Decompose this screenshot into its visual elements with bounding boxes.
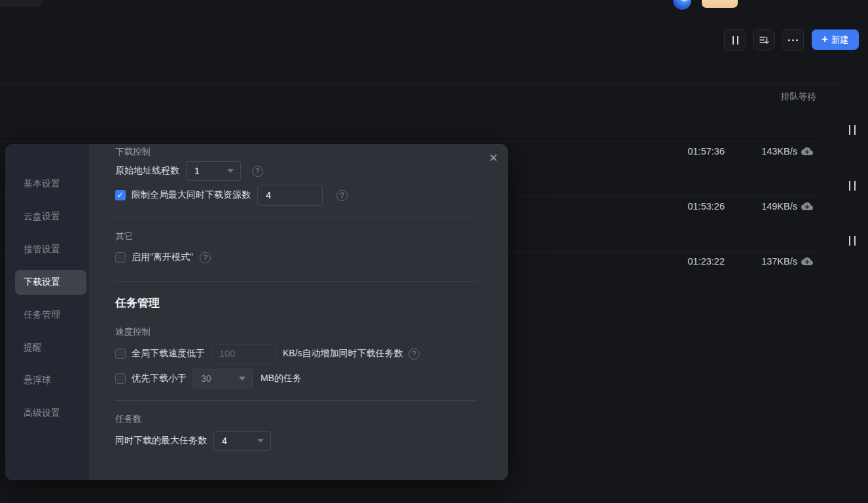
task-pause-button[interactable]	[846, 181, 859, 193]
cloud-download-icon	[801, 255, 813, 267]
settings-sidebar: 基本设置 云盘设置 接管设置 下载设置 任务管理 提醒 悬浮球 高级设置	[5, 144, 89, 480]
section-speed-control: 速度控制	[115, 327, 482, 337]
auto-increase-input[interactable]	[211, 344, 276, 363]
small-first-prefix: 优先下载小于	[132, 373, 187, 384]
section-task-count: 任务数	[115, 414, 482, 424]
task-status-queued: 排队等待	[751, 91, 816, 103]
max-tasks-row: 同时下载的最大任务数 4	[115, 431, 482, 451]
pause-icon	[732, 36, 738, 45]
origin-threads-value: 1	[194, 166, 200, 176]
section-divider	[115, 217, 477, 218]
task-time: 01:57:36	[653, 146, 725, 157]
leave-mode-checkbox[interactable]	[115, 252, 126, 263]
section-download-control: 下载控制	[115, 147, 482, 157]
help-icon[interactable]: ?	[252, 166, 263, 177]
new-task-label: 新建	[831, 34, 849, 46]
auto-increase-row: 全局下载速度低于 KB/s自动增加同时下载任务数 ?	[115, 344, 482, 363]
origin-threads-select[interactable]: 1	[186, 161, 241, 181]
task-management-heading: 任务管理	[115, 295, 482, 311]
vip-badge[interactable]	[702, 0, 738, 8]
help-icon[interactable]: ?	[200, 252, 211, 263]
sidebar-item-advanced[interactable]: 高级设置	[15, 401, 86, 426]
section-divider	[115, 400, 477, 401]
task-time: 01:53:26	[653, 201, 725, 212]
sidebar-item-basic[interactable]: 基本设置	[15, 172, 86, 196]
task-pause-button[interactable]	[846, 125, 859, 137]
small-first-suffix: MB的任务	[261, 373, 302, 384]
task-pause-button[interactable]	[846, 236, 859, 248]
new-task-button[interactable]: + 新建	[812, 29, 859, 50]
help-icon[interactable]: ?	[408, 348, 420, 360]
auto-increase-suffix: KB/s自动增加同时下载任务数	[283, 348, 403, 360]
sidebar-item-reminder[interactable]: 提醒	[15, 335, 86, 360]
task-speed: 137KB/s	[732, 256, 797, 267]
sidebar-item-task-management[interactable]: 任务管理	[15, 303, 86, 327]
small-first-row: 优先下载小于 30 MB的任务	[115, 369, 482, 388]
sidebar-item-floating-ball[interactable]: 悬浮球	[15, 368, 86, 393]
task-divider	[0, 141, 816, 141]
sidebar-item-takeover[interactable]: 接管设置	[15, 237, 86, 262]
max-tasks-value: 4	[222, 436, 227, 446]
sort-descending-icon	[759, 35, 769, 45]
small-first-select[interactable]: 30	[192, 369, 253, 388]
settings-dialog: 基本设置 云盘设置 接管设置 下载设置 任务管理 提醒 悬浮球 高级设置 ✕ 下…	[5, 144, 508, 480]
origin-threads-row: 原始地址线程数 1 ?	[115, 161, 482, 181]
plus-icon: +	[822, 34, 827, 45]
cloud-download-icon	[801, 200, 813, 212]
close-icon[interactable]: ✕	[489, 153, 498, 164]
settings-content: ✕ 下载控制 原始地址线程数 1 ? 限制全局最大同时下载资源数 ? 其它 启用…	[89, 144, 508, 480]
auto-increase-prefix: 全局下载速度低于	[132, 348, 205, 360]
sort-button[interactable]	[753, 29, 775, 50]
sidebar-item-cloud[interactable]: 云盘设置	[15, 204, 86, 229]
task-time: 01:23:22	[653, 256, 725, 267]
more-button[interactable]	[782, 29, 804, 50]
chevron-down-icon	[257, 439, 264, 443]
max-concurrent-input[interactable]	[257, 185, 323, 206]
max-concurrent-label: 限制全局最大同时下载资源数	[132, 189, 251, 201]
max-tasks-label: 同时下载的最大任务数	[115, 435, 207, 447]
cloud-download-icon	[801, 145, 813, 157]
pause-all-button[interactable]	[724, 29, 746, 50]
user-avatar[interactable]	[673, 0, 691, 10]
chevron-down-icon	[227, 169, 234, 173]
max-concurrent-checkbox[interactable]	[115, 190, 126, 200]
list-divider	[0, 84, 840, 84]
section-other: 其它	[115, 231, 482, 242]
section-divider	[115, 281, 477, 282]
window-corner-decor	[0, 0, 43, 7]
task-speed: 149KB/s	[732, 201, 797, 212]
max-concurrent-row: 限制全局最大同时下载资源数 ?	[115, 185, 482, 206]
small-first-checkbox[interactable]	[115, 373, 126, 384]
chevron-down-icon	[239, 377, 245, 381]
small-first-value: 30	[201, 373, 211, 384]
origin-threads-label: 原始地址线程数	[115, 165, 179, 177]
leave-mode-row: 启用"离开模式" ?	[115, 251, 482, 264]
sidebar-item-download[interactable]: 下载设置	[15, 270, 86, 295]
max-tasks-select[interactable]: 4	[213, 431, 271, 451]
help-icon[interactable]: ?	[336, 190, 348, 201]
ellipsis-icon	[788, 39, 798, 41]
leave-mode-label: 启用"离开模式"	[132, 252, 193, 263]
auto-increase-checkbox[interactable]	[115, 348, 126, 359]
task-speed: 143KB/s	[732, 146, 797, 157]
